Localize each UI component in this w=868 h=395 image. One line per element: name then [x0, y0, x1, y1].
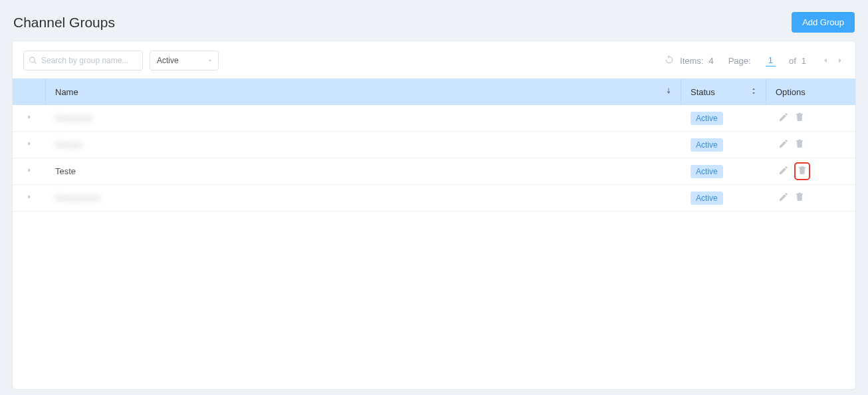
items-count: 4: [708, 56, 713, 66]
edit-icon: [778, 138, 789, 151]
search-input[interactable]: [23, 51, 143, 70]
status-badge: Active: [691, 165, 723, 178]
delete-button-wrap: [794, 112, 805, 124]
row-name: Teste: [55, 166, 76, 176]
cell-name: Redactedxx: [46, 185, 681, 211]
cell-options: [766, 158, 855, 184]
expand-button[interactable]: [13, 158, 46, 184]
col-options-label: Options: [776, 87, 806, 97]
cell-name: Teste: [46, 158, 681, 184]
next-page-button[interactable]: [835, 56, 845, 65]
expand-button[interactable]: [13, 132, 46, 158]
page-label: Page:: [728, 56, 751, 66]
row-name: Redactedxx: [55, 193, 101, 203]
chevron-right-icon: [25, 193, 33, 203]
col-expand-header: [13, 78, 46, 105]
page: Channel Groups Add Group Active: [0, 0, 868, 395]
total-pages: 1: [802, 56, 806, 66]
edit-button[interactable]: [778, 192, 789, 204]
row-name: Redacted: [55, 113, 92, 123]
col-name-header[interactable]: Name: [46, 78, 681, 105]
sort-both-icon: [750, 87, 758, 97]
toolbar: Active Items: 4 Page: 1 of 1: [13, 41, 855, 78]
cell-status: Active: [681, 105, 766, 131]
chevron-right-icon: [25, 140, 33, 150]
chevron-right-icon: [25, 166, 33, 176]
add-group-button[interactable]: Add Group: [792, 12, 855, 33]
edit-button[interactable]: [778, 138, 789, 151]
table-row: RedactedxxActive: [13, 185, 855, 211]
card: Active Items: 4 Page: 1 of 1: [12, 41, 856, 390]
delete-button[interactable]: [794, 192, 805, 204]
cell-options: [766, 132, 855, 158]
col-name-label: Name: [55, 87, 78, 97]
trash-icon: [797, 165, 808, 178]
trash-icon: [794, 112, 805, 124]
sort-down-icon: [665, 87, 673, 97]
edit-button[interactable]: [778, 112, 789, 124]
delete-button-wrap: [794, 138, 805, 151]
cell-name: Redacted: [46, 105, 681, 131]
chevron-right-icon: [25, 113, 33, 123]
of-label: of: [789, 56, 796, 66]
search-wrap: [23, 51, 143, 70]
table-row: RedactActive: [13, 132, 855, 158]
col-status-label: Status: [691, 87, 715, 97]
trash-icon: [794, 138, 805, 151]
row-name: Redact: [55, 140, 82, 150]
delete-button[interactable]: [794, 138, 805, 151]
header: Channel Groups Add Group: [12, 7, 856, 41]
edit-icon: [778, 165, 789, 178]
col-options-header: Options: [766, 78, 855, 105]
delete-button-highlighted: [794, 162, 810, 180]
edit-icon: [778, 192, 789, 204]
filter-select[interactable]: Active: [150, 51, 219, 70]
page-title: Channel Groups: [13, 15, 115, 31]
col-status-header[interactable]: Status: [681, 78, 766, 105]
expand-button[interactable]: [13, 105, 46, 131]
status-badge: Active: [691, 192, 723, 205]
rows-container: RedactedActiveRedactActiveTesteActiveRed…: [13, 105, 855, 211]
delete-button[interactable]: [797, 165, 808, 178]
table-row: TesteActive: [13, 158, 855, 185]
trash-icon: [794, 192, 805, 204]
cell-options: [766, 185, 855, 211]
status-badge: Active: [691, 138, 723, 152]
cell-name: Redact: [46, 132, 681, 158]
current-page[interactable]: 1: [766, 55, 776, 66]
cell-options: [766, 105, 855, 131]
cell-status: Active: [681, 132, 766, 158]
delete-button[interactable]: [794, 112, 805, 124]
toolbar-right: Items: 4 Page: 1 of 1: [664, 55, 845, 67]
table-header: Name Status Options: [13, 78, 855, 105]
edit-icon: [778, 112, 789, 124]
refresh-button[interactable]: [664, 55, 675, 67]
items-label: Items:: [680, 56, 703, 66]
prev-page-button[interactable]: [821, 56, 830, 65]
expand-button[interactable]: [13, 185, 46, 211]
edit-button[interactable]: [778, 165, 789, 178]
delete-button-wrap: [794, 192, 805, 204]
cell-status: Active: [681, 185, 766, 211]
status-badge: Active: [691, 112, 723, 125]
filter-select-wrap: Active: [150, 51, 219, 70]
table-row: RedactedActive: [13, 105, 855, 132]
cell-status: Active: [681, 158, 766, 184]
